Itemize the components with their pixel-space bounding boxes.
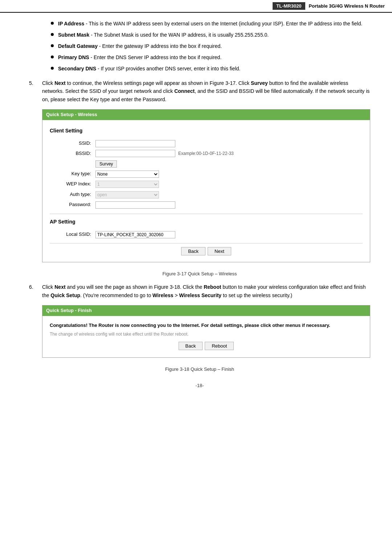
key-type-input-cell: None bbox=[93, 169, 363, 179]
bullet-icon bbox=[51, 44, 54, 47]
finish-figure-box: Quick Setup - Finish Congratulations! Th… bbox=[42, 305, 370, 357]
finish-figure-header: Quick Setup - Finish bbox=[42, 305, 370, 316]
figure18-caption: Figure 3-18 Quick Setup – Finish bbox=[29, 366, 370, 372]
list-item: IP Address - This is the WAN IP address … bbox=[51, 20, 370, 28]
page-title: Portable 3G/4G Wireless N Router bbox=[309, 3, 385, 9]
step6-number: 6. bbox=[29, 283, 42, 360]
survey-button[interactable]: Survey bbox=[95, 160, 117, 168]
bottom-divider bbox=[50, 243, 363, 243]
step6-item: 6. Click Next and you will see the page … bbox=[29, 283, 370, 360]
local-ssid-input-cell bbox=[93, 229, 363, 239]
bullet-text: Secondary DNS - If your ISP provides ano… bbox=[58, 65, 370, 73]
term-default-gateway: Default Gateway bbox=[58, 43, 98, 49]
finish-btn-row: Back Reboot bbox=[50, 342, 363, 350]
auth-type-select[interactable]: open bbox=[95, 191, 159, 198]
model-label: TL-MR3020 bbox=[273, 2, 305, 10]
wireless-figure-header: Quick Setup - Wireless bbox=[42, 110, 370, 120]
next-bold: Next bbox=[54, 80, 65, 86]
bssid-row: BSSID: Example:00-1D-0F-11-22-33 bbox=[50, 149, 363, 159]
figure17-caption: Figure 3-17 Quick Setup – Wireless bbox=[29, 271, 370, 276]
wep-index-select[interactable]: 1 bbox=[95, 181, 159, 188]
wep-index-input-cell: 1 bbox=[93, 179, 363, 189]
auth-type-label: Auth type: bbox=[50, 189, 93, 200]
client-setting-table: SSID: BSSID: Example:00-1D-0F-11-22-33 bbox=[50, 138, 363, 210]
step6-content: Click Next and you will see the page as … bbox=[42, 283, 370, 360]
ssid-input[interactable] bbox=[95, 140, 175, 147]
ap-setting-table: Local SSID: bbox=[50, 229, 363, 239]
bssid-label: BSSID: bbox=[50, 149, 93, 159]
list-item: Primary DNS - Enter the DNS Server IP ad… bbox=[51, 54, 370, 61]
bullet-icon bbox=[51, 22, 54, 25]
wep-index-label: WEP Index: bbox=[50, 179, 93, 189]
next-bold2: Next bbox=[54, 284, 65, 290]
warning-text: The change of wireless config will not t… bbox=[50, 331, 363, 338]
section-divider bbox=[50, 214, 363, 214]
bullet-text: Subnet Mask - The Subnet Mask is used fo… bbox=[58, 31, 370, 39]
bssid-example: Example:00-1D-0F-11-22-33 bbox=[178, 150, 234, 157]
term-subnet-mask: Subnet Mask bbox=[58, 32, 89, 38]
ssid-label: SSID: bbox=[50, 138, 93, 148]
page-number: -18- bbox=[29, 383, 370, 388]
ap-setting-title: AP Setting bbox=[50, 218, 363, 226]
step6-text: Click Next and you will see the page as … bbox=[42, 284, 366, 298]
survey-bold: Survey bbox=[251, 80, 268, 86]
step5-content: Click Next to continue, the Wireless set… bbox=[42, 79, 370, 265]
ssid-row: SSID: bbox=[50, 138, 363, 148]
congrats-text: Congratulations! The Router is now conne… bbox=[50, 322, 363, 329]
wsecurity-bold: Wireless Security bbox=[179, 292, 222, 298]
bssid-input[interactable] bbox=[95, 150, 175, 157]
bullet-icon bbox=[51, 67, 54, 70]
password-label: Password: bbox=[50, 200, 93, 210]
survey-label-empty bbox=[50, 159, 93, 169]
page-header: TL-MR3020 Portable 3G/4G Wireless N Rout… bbox=[0, 0, 392, 13]
key-type-select[interactable]: None bbox=[95, 171, 159, 178]
password-input[interactable] bbox=[95, 201, 175, 209]
bullet-text: IP Address - This is the WAN IP address … bbox=[58, 20, 370, 28]
local-ssid-label: Local SSID: bbox=[50, 229, 93, 239]
wireless-figure-body: Client Setting SSID: BSSID: bbox=[42, 120, 370, 262]
term-secondary-dns: Secondary DNS bbox=[58, 66, 96, 71]
local-ssid-row: Local SSID: bbox=[50, 229, 363, 239]
bullet-text: Default Gateway - Enter the gateway IP a… bbox=[58, 42, 370, 50]
wireless-bold: Wireless bbox=[152, 292, 173, 298]
step5-item: 5. Click Next to continue, the Wireless … bbox=[29, 79, 370, 265]
wireless-next-button[interactable]: Next bbox=[208, 247, 231, 255]
wireless-btn-row: Back Next bbox=[50, 247, 363, 255]
password-row: Password: bbox=[50, 200, 363, 210]
step5-text: Click Next to continue, the Wireless set… bbox=[42, 80, 369, 102]
finish-back-button[interactable]: Back bbox=[179, 342, 203, 350]
auth-type-input-cell: open bbox=[93, 189, 363, 200]
finish-figure-body: Congratulations! The Router is now conne… bbox=[42, 316, 370, 357]
key-type-label: Key type: bbox=[50, 169, 93, 179]
bullet-icon bbox=[51, 56, 54, 58]
quicksetup-bold: Quick Setup bbox=[50, 292, 80, 298]
bullet-icon bbox=[51, 33, 54, 36]
bssid-input-cell: Example:00-1D-0F-11-22-33 bbox=[93, 149, 363, 159]
reboot-bold: Reboot bbox=[204, 284, 221, 290]
bullet-text: Primary DNS - Enter the DNS Server IP ad… bbox=[58, 54, 370, 61]
list-item: Secondary DNS - If your ISP provides ano… bbox=[51, 65, 370, 73]
wep-index-row: WEP Index: 1 bbox=[50, 179, 363, 189]
step5-number: 5. bbox=[29, 79, 42, 265]
list-item: Default Gateway - Enter the gateway IP a… bbox=[51, 42, 370, 50]
wireless-back-button[interactable]: Back bbox=[181, 247, 205, 255]
local-ssid-input[interactable] bbox=[95, 231, 175, 238]
client-setting-title: Client Setting bbox=[50, 127, 363, 135]
survey-row: Survey bbox=[50, 159, 363, 169]
survey-btn-cell: Survey bbox=[93, 159, 363, 169]
password-input-cell bbox=[93, 200, 363, 210]
term-primary-dns: Primary DNS bbox=[58, 54, 89, 60]
connect-bold: Connect bbox=[174, 88, 195, 94]
key-type-row: Key type: None bbox=[50, 169, 363, 179]
term-ip-address: IP Address bbox=[58, 21, 84, 26]
wireless-figure-box: Quick Setup - Wireless Client Setting SS… bbox=[42, 109, 370, 262]
list-item: Subnet Mask - The Subnet Mask is used fo… bbox=[51, 31, 370, 39]
bullet-list: IP Address - This is the WAN IP address … bbox=[51, 20, 370, 73]
finish-reboot-button[interactable]: Reboot bbox=[205, 342, 234, 350]
ssid-input-cell bbox=[93, 138, 363, 148]
auth-type-row: Auth type: open bbox=[50, 189, 363, 200]
